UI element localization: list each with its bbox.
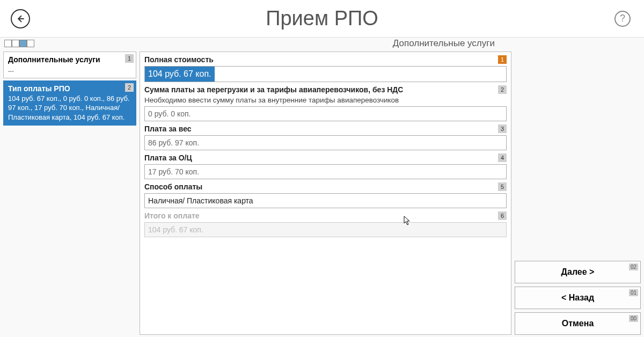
section-heading: Дополнительные услуги [393, 38, 495, 49]
field-label: Способ оплаты [144, 182, 507, 191]
sidebar-item-body: ... [8, 65, 131, 75]
help-button[interactable]: ? [614, 11, 631, 27]
content: Дополнительные услуги ... 1 Тип оплаты Р… [0, 49, 644, 337]
header: Прием РПО ? [0, 0, 644, 38]
field-full-cost: Полная стоимость 1 104 руб. 67 коп. [144, 55, 507, 82]
help-icon: ? [620, 13, 625, 24]
arrow-left-icon [16, 14, 25, 24]
page-title: Прием РПО [11, 7, 633, 30]
field-weight-fee: Плата за вес 3 [144, 124, 507, 150]
field-number: 2 [498, 85, 507, 94]
field-label: Плата за вес [144, 124, 507, 133]
sidebar: Дополнительные услуги ... 1 Тип оплаты Р… [3, 52, 136, 335]
back-icon-button[interactable] [11, 9, 30, 28]
field-oc-fee: Плата за О/Ц 4 [144, 153, 507, 179]
field-label: Сумма платы за перегрузки и за тарифы ав… [144, 85, 507, 94]
sidebar-item-additional-services[interactable]: Дополнительные услуги ... 1 [3, 52, 136, 78]
field-hint: Необходимо ввести сумму платы за внутрен… [144, 96, 507, 104]
full-cost-input[interactable]: 104 руб. 67 коп. [144, 66, 507, 82]
field-air-fee: Сумма платы за перегрузки и за тарифы ав… [144, 85, 507, 121]
cancel-button[interactable]: Отмена 00 [515, 312, 641, 335]
field-label: Полная стоимость [144, 55, 507, 64]
field-label: Итого к оплате [144, 211, 507, 220]
field-total: Итого к оплате 6 [144, 211, 507, 237]
sidebar-item-number: 1 [125, 54, 134, 63]
field-number: 6 [498, 211, 507, 220]
progress-step [12, 40, 19, 47]
sidebar-item-payment-type[interactable]: Тип оплаты РПО 104 руб. 67 коп., 0 руб. … [3, 80, 136, 126]
sidebar-item-title: Тип оплаты РПО [8, 84, 131, 93]
subheader: Дополнительные услуги [0, 38, 644, 49]
total-input [144, 222, 507, 237]
nav-panel: Далее > 02 < Назад 01 Отмена 00 [515, 52, 641, 335]
next-button[interactable]: Далее > 02 [515, 261, 641, 283]
field-label: Плата за О/Ц [144, 153, 507, 162]
sidebar-item-body: 104 руб. 67 коп., 0 руб. 0 коп., 86 руб.… [8, 94, 131, 122]
field-number: 3 [498, 124, 507, 133]
progress-indicator [4, 40, 34, 47]
progress-step-active [19, 40, 27, 47]
sidebar-item-title: Дополнительные услуги [8, 55, 131, 64]
field-number: 1 [498, 55, 507, 64]
keyboard-hint: 01 [629, 289, 638, 296]
field-number: 4 [498, 153, 507, 162]
progress-step [4, 40, 12, 47]
back-button[interactable]: < Назад 01 [515, 287, 641, 309]
main-form: Полная стоимость 1 104 руб. 67 коп. Сумм… [140, 52, 511, 335]
field-number: 5 [498, 182, 507, 191]
field-payment-method: Способ оплаты 5 [144, 182, 507, 208]
weight-fee-input[interactable] [144, 135, 507, 150]
payment-method-input[interactable] [144, 193, 507, 208]
progress-step [27, 40, 34, 47]
sidebar-item-number: 2 [125, 83, 134, 92]
keyboard-hint: 00 [629, 315, 638, 322]
air-fee-input[interactable] [144, 106, 507, 121]
oc-fee-input[interactable] [144, 164, 507, 179]
keyboard-hint: 02 [629, 263, 638, 270]
